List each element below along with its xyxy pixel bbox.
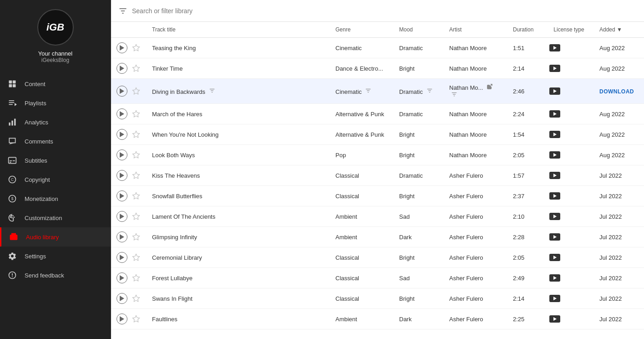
- youtube-license-icon: [549, 151, 560, 159]
- svg-rect-9: [11, 121, 13, 126]
- track-added-cell: Jul 2022: [594, 288, 644, 309]
- track-artist-cell: Asher Fulero: [444, 165, 507, 186]
- favorite-button[interactable]: [131, 232, 141, 242]
- genre-filter-icon[interactable]: [209, 87, 215, 94]
- favorite-button[interactable]: [131, 191, 141, 201]
- play-button[interactable]: [117, 293, 127, 304]
- track-added-cell: DOWNLOAD: [594, 79, 644, 104]
- track-genre-cell: Ambient: [330, 206, 394, 227]
- play-button[interactable]: [117, 149, 127, 160]
- track-added-cell: Jul 2022: [594, 206, 644, 227]
- play-button[interactable]: [117, 252, 127, 263]
- download-button[interactable]: DOWNLOAD: [599, 88, 634, 95]
- sidebar-item-playlists[interactable]: Playlists: [0, 93, 111, 113]
- play-button[interactable]: [117, 211, 127, 222]
- favorite-button[interactable]: [131, 170, 141, 180]
- sidebar-item-settings[interactable]: Settings: [0, 247, 111, 266]
- channel-name: Your channel: [38, 50, 72, 57]
- svg-rect-23: [10, 235, 18, 240]
- track-title-cell: When You're Not Looking: [147, 124, 330, 145]
- svg-text:C: C: [11, 177, 14, 182]
- play-button[interactable]: [117, 190, 127, 201]
- favorite-button[interactable]: [131, 252, 141, 262]
- track-title: March of the Hares: [152, 111, 203, 118]
- sidebar-item-monetization[interactable]: $ Monetization: [0, 189, 111, 208]
- main-content: Track title Genre Mood Artist Duration L…: [111, 0, 644, 339]
- track-duration-cell: 2:28: [507, 227, 544, 247]
- sidebar-item-send-feedback-label: Send feedback: [25, 272, 64, 279]
- sidebar-item-subtitles-label: Subtitles: [25, 157, 47, 164]
- svg-rect-5: [9, 102, 15, 103]
- genre-filter-chip[interactable]: [365, 87, 371, 94]
- youtube-license-icon: [549, 315, 560, 323]
- track-artist-cell: Asher Fulero: [444, 247, 507, 268]
- track-duration-cell: 2:37: [507, 186, 544, 206]
- play-button[interactable]: [117, 170, 127, 181]
- track-genre-cell: Classical: [330, 186, 394, 206]
- favorite-button[interactable]: [131, 129, 141, 139]
- sidebar-item-playlists-label: Playlists: [25, 100, 46, 107]
- search-input[interactable]: [132, 7, 637, 15]
- favorite-button[interactable]: [131, 293, 141, 303]
- sidebar-item-analytics[interactable]: Analytics: [0, 113, 111, 132]
- sidebar-item-copyright[interactable]: C Copyright: [0, 170, 111, 189]
- artist-filter-chip[interactable]: [451, 91, 457, 98]
- favorite-button[interactable]: [131, 150, 141, 160]
- play-button[interactable]: [117, 129, 127, 140]
- artist-external-link-icon[interactable]: [487, 83, 493, 90]
- customization-icon: [7, 213, 17, 223]
- favorite-button[interactable]: [131, 314, 141, 324]
- sidebar-item-customization[interactable]: Customization: [0, 208, 111, 227]
- svg-marker-52: [120, 234, 124, 240]
- track-title: Ceremonial Library: [152, 254, 202, 261]
- track-genre-cell: Dance & Electro...: [330, 58, 394, 79]
- youtube-license-icon: [549, 131, 560, 138]
- sidebar-item-audio-library[interactable]: Audio library: [0, 227, 111, 247]
- track-artist-cell: Nathan Moore: [444, 124, 507, 145]
- svg-rect-1: [13, 81, 16, 84]
- play-button[interactable]: [117, 231, 127, 242]
- track-title-cell: Diving in Backwards: [147, 79, 330, 104]
- youtube-license-icon: [549, 233, 560, 241]
- track-title-cell: Kiss The Heavens: [147, 165, 330, 186]
- audio-library-icon: [9, 232, 19, 242]
- favorite-button[interactable]: [131, 86, 141, 96]
- favorite-button[interactable]: [131, 43, 141, 53]
- play-button[interactable]: [117, 86, 127, 97]
- favorite-button[interactable]: [131, 109, 141, 119]
- track-added-cell: Aug 2022: [594, 104, 644, 124]
- play-button[interactable]: [117, 272, 127, 283]
- col-header-added[interactable]: Added ▼: [594, 22, 644, 38]
- track-artist-cell: Asher Fulero: [444, 227, 507, 247]
- play-button[interactable]: [117, 313, 127, 324]
- track-table: Track title Genre Mood Artist Duration L…: [111, 22, 644, 329]
- svg-marker-53: [120, 255, 124, 260]
- track-mood-cell: Sad: [394, 268, 444, 288]
- track-title-cell: Forest Lullabye: [147, 268, 330, 288]
- sidebar: iGB Your channel iGeeksBlog Content Play…: [0, 0, 111, 339]
- sidebar-item-content[interactable]: Content: [0, 74, 111, 93]
- playlists-icon: [7, 98, 17, 108]
- favorite-button[interactable]: [131, 211, 141, 221]
- sidebar-item-comments[interactable]: Comments: [0, 132, 111, 151]
- play-button[interactable]: [117, 108, 127, 119]
- track-actions-cell: [111, 206, 147, 227]
- track-title: Tinker Time: [152, 65, 183, 72]
- track-actions-cell: [111, 58, 147, 79]
- track-title: Look Both Ways: [152, 152, 195, 159]
- sidebar-item-send-feedback[interactable]: Send feedback: [0, 266, 111, 285]
- play-button[interactable]: [117, 42, 127, 53]
- track-genre-cell: Classical: [330, 247, 394, 268]
- track-genre-cell: Classical: [330, 268, 394, 288]
- svg-rect-26: [12, 277, 13, 277]
- play-button[interactable]: [117, 63, 127, 74]
- track-actions-cell: [111, 309, 147, 329]
- mood-filter-chip[interactable]: [426, 87, 433, 94]
- favorite-button[interactable]: [131, 273, 141, 283]
- svg-rect-11: [9, 157, 16, 163]
- track-added-cell: Aug 2022: [594, 145, 644, 165]
- sidebar-item-subtitles[interactable]: Subtitles: [0, 151, 111, 170]
- track-added-cell: Jul 2022: [594, 165, 644, 186]
- track-actions-cell: [111, 104, 147, 124]
- favorite-button[interactable]: [131, 63, 141, 73]
